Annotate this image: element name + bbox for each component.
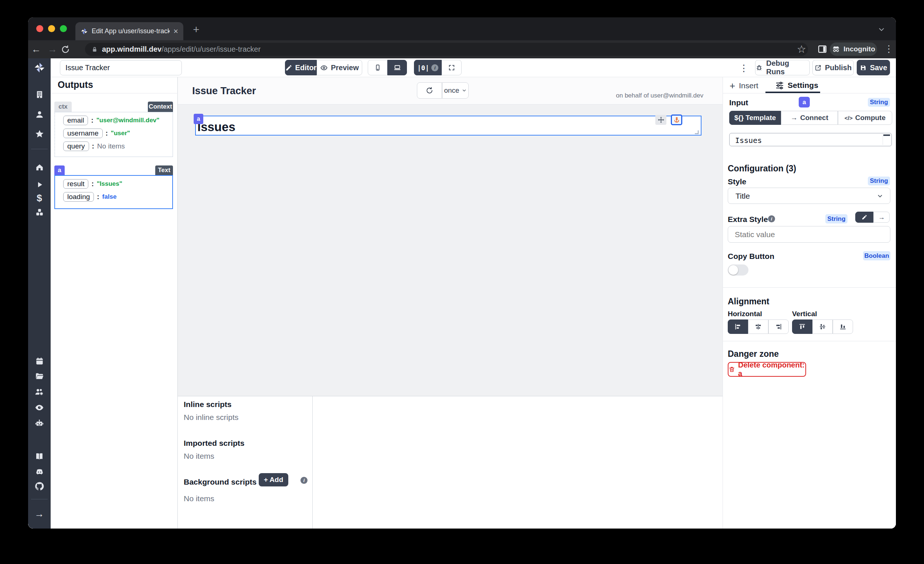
align-top-button[interactable]: [792, 320, 812, 334]
resources-cubes-icon[interactable]: [28, 207, 51, 218]
tab-search-chevron-icon[interactable]: [878, 25, 885, 34]
runs-play-icon[interactable]: [28, 179, 51, 190]
variables-dollar-icon[interactable]: $: [28, 192, 51, 203]
groups-users-icon[interactable]: [28, 386, 51, 397]
forward-icon[interactable]: →: [44, 43, 61, 55]
output-node-ctx[interactable]: ctx: [54, 102, 72, 112]
schedules-calendar-icon[interactable]: [28, 356, 51, 367]
output-node-a[interactable]: a: [54, 166, 64, 175]
tab-insert[interactable]: + Insert: [730, 81, 758, 90]
windmill-logo-icon[interactable]: [28, 62, 51, 73]
reload-icon[interactable]: [61, 45, 77, 54]
home-icon[interactable]: [28, 162, 51, 173]
resize-handle[interactable]: [695, 130, 699, 134]
discord-icon[interactable]: [28, 467, 51, 477]
address-bar[interactable]: app.windmill.dev/apps/edit/u/user/issue-…: [85, 43, 808, 56]
browser-tab[interactable]: Edit App u/user/issue-tracker | ×: [75, 22, 183, 40]
selected-component[interactable]: [195, 115, 702, 136]
folders-icon[interactable]: [28, 371, 51, 381]
audit-eye-icon[interactable]: [28, 402, 51, 413]
divider: [51, 93, 178, 93]
output-key[interactable]: username: [63, 129, 103, 138]
save-button[interactable]: Save: [857, 60, 890, 75]
output-key[interactable]: result: [63, 179, 88, 189]
output-row[interactable]: query : No items: [63, 141, 172, 151]
align-middle-v-button[interactable]: [812, 320, 833, 334]
outputs-title: Outputs: [58, 79, 93, 90]
output-value: false: [102, 193, 117, 200]
refresh-button[interactable]: [417, 82, 442, 99]
bookmark-star-icon[interactable]: ☆: [797, 43, 806, 55]
debug-runs-button[interactable]: Debug Runs: [755, 60, 810, 75]
preview-button[interactable]: Preview: [317, 60, 362, 75]
output-row[interactable]: username : "user": [63, 129, 172, 138]
insert-plus-icon: +: [730, 81, 735, 90]
fullscreen-button[interactable]: [442, 60, 462, 75]
template-mode-button[interactable]: ${} Template: [729, 111, 781, 125]
side-panel-icon[interactable]: [817, 44, 828, 54]
sidebar-divider: [31, 149, 48, 149]
a-outputs-card[interactable]: result : "Issues" loading : false: [54, 175, 173, 209]
connect-mode-button[interactable]: → Connect: [781, 111, 838, 125]
browser-menu-dots-icon[interactable]: ⋮: [884, 43, 894, 55]
output-key[interactable]: loading: [63, 192, 94, 202]
incognito-icon: [832, 45, 840, 54]
docs-book-icon[interactable]: [28, 450, 51, 462]
mobile-view-button[interactable]: [368, 60, 387, 75]
app-name-input[interactable]: [60, 60, 182, 75]
minimize-window-button[interactable]: [48, 25, 55, 32]
ctx-outputs-card[interactable]: email : "user@windmill.dev" username : "…: [54, 112, 173, 157]
template-code-editor[interactable]: Issues: [729, 133, 892, 146]
output-value: "user@windmill.dev": [96, 117, 160, 124]
copy-button-toggle[interactable]: [728, 265, 748, 275]
align-center-h-button[interactable]: [748, 320, 768, 334]
collapse-arrow-right-icon[interactable]: →: [28, 508, 51, 519]
on-behalf-text: on behalf of user@windmill.dev: [616, 92, 704, 99]
compute-code-icon: </>: [844, 115, 853, 121]
connect-arrow-button[interactable]: →: [873, 212, 890, 223]
output-row[interactable]: loading : false: [63, 192, 172, 202]
hide-outputs-button[interactable]: |0| i: [414, 60, 442, 75]
workers-robot-icon[interactable]: [28, 417, 51, 428]
component-id-badge[interactable]: a: [194, 114, 203, 124]
style-select[interactable]: Title: [728, 188, 890, 204]
workspace-building-icon[interactable]: [28, 89, 51, 100]
extra-style-input[interactable]: [728, 226, 890, 243]
refresh-mode-dropdown[interactable]: once: [442, 82, 469, 99]
eye-icon: [320, 64, 328, 72]
close-window-button[interactable]: [36, 25, 43, 32]
back-icon[interactable]: ←: [28, 43, 44, 55]
github-icon[interactable]: [28, 480, 51, 492]
align-right-button[interactable]: [768, 320, 789, 334]
publish-button[interactable]: Publish: [812, 60, 854, 75]
align-left-icon: [734, 323, 742, 331]
close-tab-icon[interactable]: ×: [173, 27, 178, 36]
zoom-window-button[interactable]: [60, 25, 67, 32]
anchor-component-button[interactable]: [671, 115, 682, 125]
output-key[interactable]: query: [63, 141, 89, 151]
output-row[interactable]: email : "user@windmill.dev": [63, 115, 172, 125]
output-row[interactable]: result : "Issues": [63, 179, 172, 189]
browser-tab-bar: Edit App u/user/issue-tracker | × +: [28, 17, 896, 40]
new-tab-button[interactable]: +: [193, 24, 200, 35]
windmill-app: $: [28, 58, 896, 528]
compute-mode-button[interactable]: </> Compute: [838, 111, 892, 125]
phone-icon: [374, 64, 381, 71]
add-background-script-button[interactable]: + Add: [259, 473, 288, 486]
app-menu-dots-icon[interactable]: ⋮: [739, 63, 748, 73]
static-edit-button[interactable]: [855, 212, 873, 223]
background-scripts-empty: No items: [184, 494, 214, 503]
desktop-view-button[interactable]: [387, 60, 407, 75]
copy-button-type-badge: Boolean: [863, 251, 890, 260]
delete-component-button[interactable]: Delete component: a: [728, 362, 806, 377]
editor-button[interactable]: Editor: [285, 60, 317, 75]
move-component-button[interactable]: [655, 115, 666, 125]
outputs-panel: Outputs ctx Context email : "user@windmi…: [51, 77, 178, 528]
tab-settings[interactable]: Settings: [776, 81, 818, 90]
output-key[interactable]: email: [63, 115, 88, 125]
user-icon[interactable]: [28, 109, 51, 120]
extra-style-label: Extra Style: [728, 215, 768, 224]
align-bottom-button[interactable]: [833, 320, 853, 334]
align-left-button[interactable]: [728, 320, 748, 334]
favorites-star-icon[interactable]: [28, 129, 51, 140]
